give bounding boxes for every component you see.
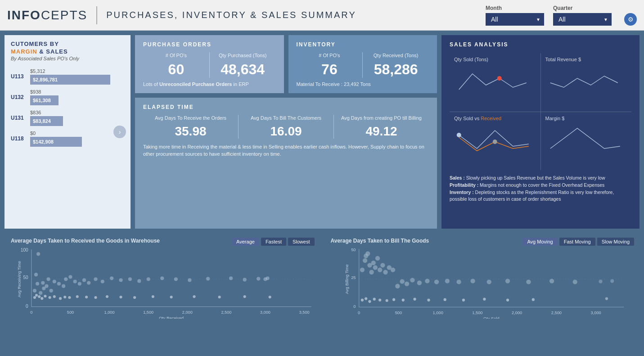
page-title: Purchases, Inventory & Sales Summary xyxy=(106,10,486,20)
svg-text:2,000: 2,000 xyxy=(512,311,522,315)
svg-text:0: 0 xyxy=(358,311,360,315)
inventory-kpi-note: Material To Receive : 23,492 Tons xyxy=(297,81,429,87)
next-arrow-icon[interactable]: › xyxy=(113,126,126,138)
svg-point-2 xyxy=(493,140,497,144)
customer-val1: $5,312 xyxy=(30,68,124,74)
header-divider xyxy=(96,6,97,24)
svg-point-36 xyxy=(82,278,86,282)
customer-val2: $61,308 xyxy=(33,98,51,103)
purchase-kpi-qty: Qty Purchased (Tons) 48,634 xyxy=(209,52,276,78)
svg-point-49 xyxy=(229,276,233,280)
list-item: U118 $0 $142,908 xyxy=(11,131,124,147)
scatter1-slowest-btn[interactable]: Slowest xyxy=(288,238,315,246)
svg-point-61 xyxy=(59,297,62,300)
svg-point-22 xyxy=(36,252,40,256)
svg-point-116 xyxy=(505,279,509,283)
scatter1-fastest-btn[interactable]: Fastest xyxy=(261,238,286,246)
svg-text:Qty Sold: Qty Sold xyxy=(483,316,500,319)
sales-analysis-title: Sales Analysis xyxy=(450,41,631,48)
svg-point-102 xyxy=(383,270,387,275)
customers-subtitle: By Associated Sales PO's Only xyxy=(11,56,124,61)
svg-point-30 xyxy=(57,282,61,285)
svg-point-29 xyxy=(53,279,56,283)
scatter2-avg-btn[interactable]: Avg Moving xyxy=(522,238,557,246)
svg-point-20 xyxy=(36,282,39,285)
profit-label-bold: Profitability : xyxy=(450,182,480,188)
svg-point-123 xyxy=(373,298,375,301)
purchase-kpi-note: Lots of Unreconciled Purchase Orders in … xyxy=(143,81,276,87)
inventory-kpi-row: # Of PO's 76 Qty Received (Tons) 58,286 xyxy=(297,52,429,78)
svg-point-131 xyxy=(462,299,464,302)
svg-point-99 xyxy=(375,256,379,261)
customers-title-line1: CUTOMERS BY xyxy=(11,41,59,47)
quarter-select-wrapper[interactable]: All xyxy=(553,13,612,26)
svg-point-115 xyxy=(486,279,491,284)
svg-text:0: 0 xyxy=(353,304,356,309)
month-select[interactable]: All xyxy=(486,13,544,26)
svg-point-119 xyxy=(572,279,577,284)
svg-point-105 xyxy=(395,284,400,288)
svg-point-133 xyxy=(506,299,509,302)
svg-point-109 xyxy=(417,280,421,285)
svg-point-50 xyxy=(243,278,247,281)
customers-title: CUTOMERS BY MARGIN & SALES xyxy=(11,41,124,56)
sales-charts-grid: Qty Sold (Tons) Total Revenue $ xyxy=(450,53,631,170)
inventory-title: Inventory xyxy=(297,41,429,48)
svg-point-57 xyxy=(41,297,43,300)
scatter2-fast-btn[interactable]: Fast Moving xyxy=(559,238,595,246)
customer-val2: $2,896,781 xyxy=(33,77,58,82)
svg-text:500: 500 xyxy=(67,310,74,315)
month-filter-group: Month All xyxy=(486,5,544,26)
svg-point-71 xyxy=(170,296,173,298)
customer-values: $0 $142,908 xyxy=(30,131,124,147)
svg-point-74 xyxy=(243,295,246,298)
svg-point-136 xyxy=(605,297,608,300)
svg-point-46 xyxy=(174,277,178,281)
customer-values: $836 $83,824 xyxy=(30,110,124,126)
svg-point-66 xyxy=(94,296,97,299)
inventory-kpi-pos-value: 76 xyxy=(300,61,359,78)
svg-point-55 xyxy=(35,294,38,297)
svg-point-65 xyxy=(85,296,88,298)
svg-text:Qty Received: Qty Received xyxy=(159,316,184,319)
svg-text:50: 50 xyxy=(351,248,356,252)
quarter-select[interactable]: All xyxy=(553,13,612,26)
sales-insight-profit-text: Margins not enough to cover the Fixed Ov… xyxy=(480,182,604,188)
received-highlight: Received xyxy=(481,116,501,121)
svg-text:50: 50 xyxy=(23,275,28,280)
scatter2-slow-btn[interactable]: Slow Moving xyxy=(597,238,634,246)
settings-icon[interactable]: ⚙ xyxy=(624,13,637,26)
qty-sold-chart: Qty Sold (Tons) xyxy=(450,53,540,112)
total-revenue-chart: Total Revenue $ xyxy=(541,53,632,112)
svg-point-58 xyxy=(44,295,46,297)
list-item: U132 $938 $61,308 xyxy=(11,89,124,105)
svg-text:0: 0 xyxy=(26,304,28,309)
customer-val1: $938 xyxy=(30,89,124,95)
elapsed-kpi-receive-value: 35.98 xyxy=(147,124,234,139)
scatter1-avg-btn[interactable]: Average xyxy=(232,238,259,246)
svg-point-64 xyxy=(76,295,79,298)
svg-point-130 xyxy=(443,298,446,301)
month-select-wrapper[interactable]: All xyxy=(486,13,544,26)
svg-point-132 xyxy=(483,298,486,301)
svg-point-42 xyxy=(128,277,132,281)
header: InfoCepts Purchases, Inventory & Sales S… xyxy=(0,0,644,31)
sales-label: SALES xyxy=(46,48,68,55)
svg-point-35 xyxy=(78,282,81,285)
scatter-panel-2: Average Days Taken to Bill The Goods Avg… xyxy=(324,233,640,332)
svg-point-96 xyxy=(369,270,374,275)
elapsed-kpis: Avg Days To Receive the Orders 35.98 Avg… xyxy=(143,115,429,138)
svg-point-59 xyxy=(49,296,51,299)
scatter1-buttons: Average Fastest Slowest xyxy=(232,238,314,246)
qty-sold-vs-received-svg xyxy=(454,124,536,155)
scatter2-buttons: Avg Moving Fast Moving Slow Moving xyxy=(522,238,634,246)
inventory-label-bold: Inventory : xyxy=(450,189,475,195)
svg-point-51 xyxy=(257,277,260,280)
svg-point-118 xyxy=(549,279,554,283)
customer-val1: $0 xyxy=(30,131,124,136)
svg-point-56 xyxy=(38,295,41,298)
sales-insight-inventory: Inventory : Depleting stocks as the Repl… xyxy=(450,189,631,203)
elapsed-kpi-receive: Avg Days To Receive the Orders 35.98 xyxy=(143,115,238,138)
margin-chart: Margin $ xyxy=(541,112,632,171)
svg-point-68 xyxy=(119,296,122,298)
